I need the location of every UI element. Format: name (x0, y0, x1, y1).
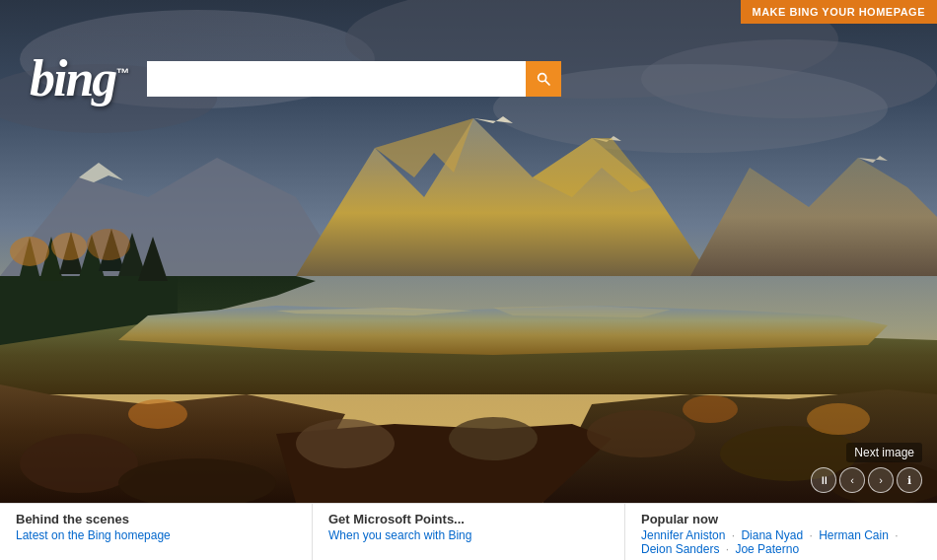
microsoft-points-title: Get Microsoft Points... (328, 512, 609, 526)
popular-link-jennifer-aniston[interactable]: Jennifer Aniston (641, 528, 725, 542)
behind-scenes-link[interactable]: Latest on the Bing homepage (16, 528, 296, 542)
search-input[interactable] (147, 61, 526, 97)
microsoft-points-section: Get Microsoft Points... When you search … (313, 504, 625, 560)
svg-point-25 (51, 233, 87, 260)
next-image-button[interactable]: › (868, 467, 894, 493)
search-container (147, 61, 561, 97)
svg-line-45 (545, 81, 549, 85)
behind-scenes-title: Behind the scenes (16, 512, 296, 526)
popular-link-herman-cain[interactable]: Herman Cain (819, 528, 889, 542)
popular-link-deion-sanders[interactable]: Deion Sanders (641, 542, 719, 556)
bottom-bar: Behind the scenes Latest on the Bing hom… (0, 503, 937, 560)
prev-image-button[interactable]: ‹ (839, 467, 865, 493)
svg-point-42 (683, 395, 738, 423)
microsoft-points-link[interactable]: When you search with Bing (328, 528, 609, 542)
search-icon (536, 71, 551, 87)
svg-point-40 (587, 410, 695, 457)
trademark-symbol: ™ (115, 65, 127, 81)
svg-point-24 (10, 237, 49, 266)
popular-now-section: Popular now Jennifer Aniston · Diana Nya… (625, 504, 937, 560)
popular-links: Jennifer Aniston · Diana Nyad · Herman C… (641, 528, 921, 556)
image-controls: Next image ⏸ ‹ › ℹ (811, 443, 922, 493)
controls-row: ⏸ ‹ › ℹ (811, 467, 922, 493)
popular-link-joe-paterno[interactable]: Joe Paterno (735, 542, 799, 556)
svg-point-26 (87, 229, 130, 260)
logo-text: bing™ (30, 50, 127, 106)
popular-link-diana-nyad[interactable]: Diana Nyad (741, 528, 803, 542)
behind-scenes-section: Behind the scenes Latest on the Bing hom… (0, 504, 313, 560)
info-button[interactable]: ℹ (897, 467, 922, 493)
svg-point-39 (449, 417, 538, 460)
header: bing™ (0, 0, 937, 158)
svg-point-43 (807, 403, 870, 435)
search-button[interactable] (526, 61, 561, 97)
pause-button[interactable]: ⏸ (811, 467, 836, 493)
svg-point-38 (296, 419, 395, 468)
popular-now-title: Popular now (641, 512, 921, 526)
bing-logo: bing™ (30, 53, 127, 105)
next-image-label: Next image (846, 443, 922, 462)
svg-point-41 (128, 399, 187, 429)
